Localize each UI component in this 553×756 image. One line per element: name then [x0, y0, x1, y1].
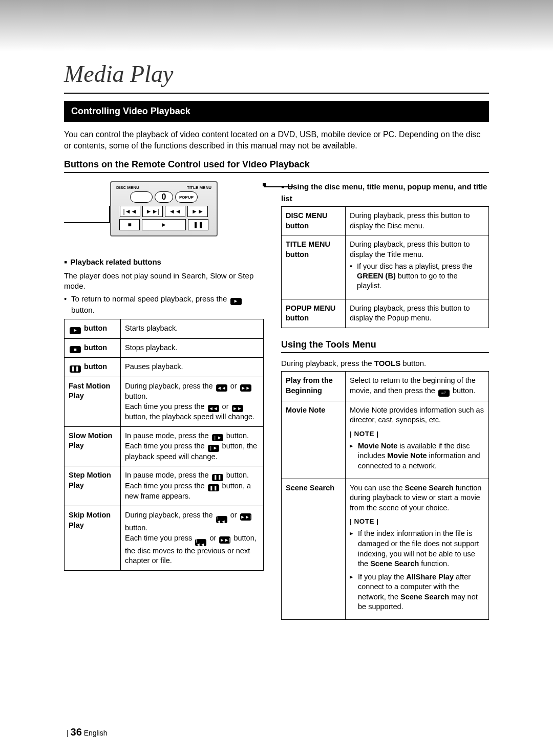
b: Movie Note — [387, 451, 427, 460]
playback-buttons-heading: Playback related buttons — [64, 257, 264, 268]
t: button. — [224, 431, 249, 440]
skip-fwd-icon: ►►| — [142, 206, 163, 217]
remote-zero-button: 0 — [155, 191, 173, 203]
title-menu-label: TITLE MENU button — [282, 235, 346, 299]
t: Each time you press the — [125, 402, 207, 411]
t: During playback, press the — [125, 382, 215, 390]
skip-back-icon: |◄◄ — [216, 516, 227, 523]
popup-menu-label: POPUP MENU button — [282, 299, 346, 328]
page-language: English — [84, 729, 108, 737]
text: To return to normal speed playback, pres… — [71, 294, 229, 303]
green-b: GREEN (B) — [357, 272, 396, 280]
stop-icon: ■ — [119, 219, 140, 230]
b: AllShare Play — [406, 573, 454, 581]
play-beginning-desc: Select to return to the beginning of the… — [346, 372, 489, 401]
movie-note-label: Movie Note — [282, 401, 346, 479]
page-number: 36 — [71, 726, 82, 738]
t: button. — [451, 386, 475, 395]
remote-disc-menu-label: DISC MENU — [116, 185, 139, 190]
popup-menu-desc: During playback, press this button to di… — [346, 299, 489, 328]
fast-motion-label: Fast Motion Play — [65, 377, 121, 426]
desc: Starts playback. — [121, 319, 264, 339]
title-menu-desc: During playback, press this button to di… — [346, 235, 489, 299]
leader-line-right — [264, 186, 294, 187]
playback-note: The player does not play sound in Search… — [64, 271, 264, 291]
text: button. — [71, 306, 95, 314]
label-text: button — [82, 362, 107, 371]
rewind-icon: ◄◄ — [208, 405, 219, 412]
play-icon: ► — [142, 219, 186, 230]
skip-motion-desc: During playback, press the |◄◄ or ►►| bu… — [121, 506, 264, 570]
t: or — [220, 402, 231, 411]
b: Scene Search — [400, 593, 449, 601]
desc: Stops playback. — [121, 338, 264, 358]
disc-menu-desc: During playback, press this button to di… — [346, 207, 489, 235]
b: Movie Note — [358, 442, 397, 450]
t: or — [228, 511, 239, 519]
t: Each time you press the — [125, 482, 207, 490]
disc-menu-label: DISC MENU button — [282, 207, 346, 235]
tools-bold: TOOLS — [374, 359, 400, 368]
remote-diagram: DISC MENU TITLE MENU 0 POPUP |◄◄ ►►| ◄◄ … — [110, 181, 264, 236]
note-label: | NOTE | — [350, 517, 484, 526]
t: In pause mode, press the — [125, 431, 211, 440]
play-beginning-label: Play from the Beginning — [282, 372, 346, 401]
t: If your disc has a playlist, press the — [357, 262, 473, 270]
enter-icon: ⮐ — [438, 390, 450, 397]
slow-fwd-icon: ❘► — [208, 445, 219, 452]
leader-line-left — [64, 222, 110, 223]
t: In pause mode, press the — [125, 471, 211, 479]
fast-fwd-icon: ►► — [232, 405, 243, 412]
t: During playback, press the — [125, 511, 215, 519]
fast-fwd-icon: ►► — [187, 206, 208, 217]
pause-icon: ❚❚ — [188, 219, 208, 230]
pause-icon: ❚❚ — [70, 365, 81, 373]
pause-icon: ❚❚ — [212, 474, 223, 481]
title-underline — [64, 93, 489, 94]
page-content: Media Play Controlling Video Playback Yo… — [0, 60, 553, 630]
t: button. — [224, 471, 249, 479]
t: During playback, press this button to di… — [350, 240, 470, 258]
t: button. — [125, 524, 147, 532]
skip-fwd-icon: ►►| — [240, 513, 251, 521]
playback-buttons-table: ► button Starts playback. ■ button Stops… — [64, 319, 264, 570]
skip-motion-label: Skip Motion Play — [65, 506, 121, 570]
label-text: button — [82, 343, 107, 352]
stop-icon: ■ — [70, 346, 81, 353]
pause-icon: ❚❚ — [208, 484, 219, 491]
fast-motion-desc: During playback, press the ◄◄ or ►► butt… — [121, 377, 264, 426]
t: button, the playback speed will change. — [125, 413, 254, 421]
tools-intro: During playback, press the TOOLS button. — [281, 358, 489, 369]
menu-buttons-table: DISC MENU button During playback, press … — [281, 206, 489, 328]
t: Each time you press the — [125, 442, 207, 450]
t: button. — [400, 359, 426, 368]
scene-search-label: Scene Search — [282, 479, 346, 619]
skip-back-icon: |◄◄ — [120, 206, 140, 217]
t: Movie Note provides information such as … — [350, 406, 484, 424]
play-icon: ► — [230, 298, 242, 305]
page-title: Media Play — [64, 60, 489, 88]
t: If you play the — [358, 573, 406, 581]
t: function. — [419, 559, 449, 568]
rewind-icon: ◄◄ — [216, 384, 227, 392]
remote-popup-button: POPUP — [175, 191, 198, 203]
scene-search-desc: You can use the Scene Search function du… — [346, 479, 489, 619]
fast-fwd-icon: ►► — [240, 384, 251, 392]
t: During playback, press the — [281, 359, 374, 368]
header-gradient — [0, 0, 553, 51]
t: or — [207, 534, 218, 542]
slow-fwd-icon: ❘► — [212, 434, 223, 441]
remote-title-menu-label: TITLE MENU — [187, 185, 211, 190]
subheading: Buttons on the Remote Control used for V… — [64, 159, 489, 173]
return-normal-bullet: To return to normal speed playback, pres… — [64, 294, 264, 315]
menu-usage-heading: Using the disc menu, title menu, popup m… — [281, 181, 489, 203]
b: Scene Search — [370, 559, 419, 568]
t: or — [228, 382, 239, 390]
desc: Pauses playback. — [121, 358, 264, 377]
step-motion-desc: In pause mode, press the ❚❚ button. Each… — [121, 466, 264, 506]
tools-menu-table: Play from the Beginning Select to return… — [281, 371, 489, 620]
remote-disc-menu-button — [130, 191, 153, 203]
note-label: | NOTE | — [350, 429, 484, 439]
movie-note-desc: Movie Note provides information such as … — [346, 401, 489, 479]
slow-motion-desc: In pause mode, press the ❘► button. Each… — [121, 426, 264, 466]
